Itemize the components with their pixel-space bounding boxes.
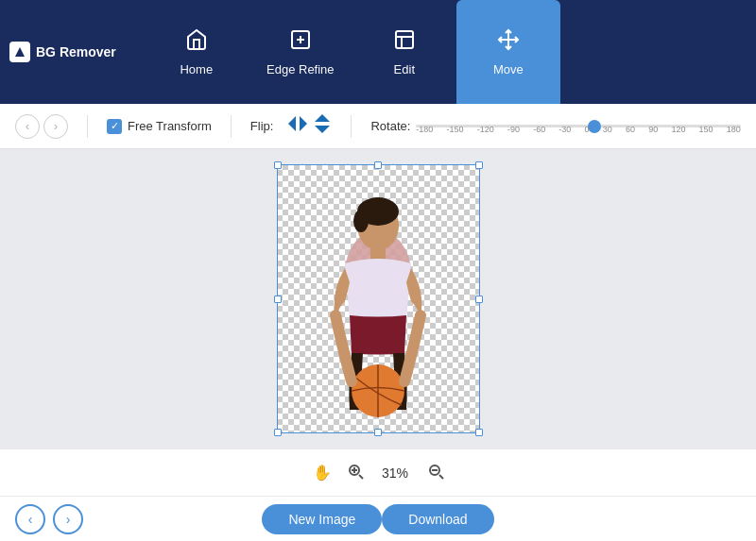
forward-icon: › bbox=[54, 120, 58, 133]
free-transform-group: ✓ Free Transform bbox=[107, 119, 212, 134]
nav-label-move: Move bbox=[493, 62, 524, 76]
flip-buttons bbox=[288, 114, 332, 138]
edit-icon bbox=[393, 28, 416, 55]
download-button[interactable]: Download bbox=[382, 504, 493, 534]
footer: ‹ › New Image Download bbox=[0, 496, 756, 541]
zoom-in-icon[interactable] bbox=[347, 463, 364, 483]
back-button[interactable]: ‹ bbox=[15, 114, 40, 139]
next-icon: › bbox=[66, 512, 71, 527]
nav-item-move[interactable]: Move bbox=[456, 0, 560, 104]
forward-button[interactable]: › bbox=[43, 114, 68, 139]
zoom-out-icon[interactable] bbox=[427, 463, 444, 483]
brand-icon bbox=[9, 42, 30, 62]
prev-icon: ‹ bbox=[28, 512, 33, 527]
rotate-slider-wrap: -180 -150 -120 -90 -60 -30 0 30 60 90 12… bbox=[416, 115, 741, 138]
edge-refine-icon bbox=[289, 28, 312, 55]
zoom-value-label: 31% bbox=[379, 465, 412, 481]
svg-marker-8 bbox=[288, 116, 296, 131]
back-icon: ‹ bbox=[26, 120, 29, 133]
toolbar-divider-1 bbox=[87, 115, 88, 138]
rotate-container: Rotate: -180 -150 -120 -90 -60 -30 0 30 … bbox=[370, 115, 741, 138]
rotate-tick-labels: -180 -150 -120 -90 -60 -30 0 30 60 90 12… bbox=[416, 125, 741, 134]
home-icon bbox=[185, 28, 208, 55]
move-icon bbox=[497, 28, 520, 55]
new-image-button[interactable]: New Image bbox=[262, 504, 382, 534]
nav-item-edit[interactable]: Edit bbox=[352, 0, 456, 104]
nav-label-edit: Edit bbox=[394, 62, 415, 76]
footer-next-button[interactable]: › bbox=[53, 504, 83, 534]
nav-items: Home Edge Refine Edit bbox=[145, 0, 747, 104]
nav-label-home: Home bbox=[180, 62, 213, 76]
toolbar-history-nav: ‹ › bbox=[15, 114, 68, 139]
svg-marker-10 bbox=[315, 114, 330, 122]
brand-title: BG Remover bbox=[36, 44, 116, 59]
app-brand: BG Remover bbox=[9, 42, 116, 62]
nav-item-edge-refine[interactable]: Edge Refine bbox=[249, 0, 352, 104]
svg-point-15 bbox=[353, 210, 369, 232]
flip-horizontal-button[interactable] bbox=[288, 114, 307, 138]
nav-item-home[interactable]: Home bbox=[145, 0, 249, 104]
free-transform-checkbox[interactable]: ✓ bbox=[107, 119, 122, 134]
footer-wrap: ‹ › New Image Download bbox=[0, 504, 756, 534]
svg-line-23 bbox=[439, 475, 443, 479]
footer-nav: ‹ › bbox=[15, 504, 83, 534]
footer-prev-button[interactable]: ‹ bbox=[15, 504, 45, 534]
svg-marker-11 bbox=[315, 126, 330, 133]
image-container bbox=[277, 164, 480, 433]
flip-vertical-button[interactable] bbox=[313, 114, 332, 138]
pan-tool-icon[interactable]: ✋ bbox=[313, 464, 332, 482]
svg-marker-9 bbox=[300, 116, 307, 131]
toolbar-divider-2 bbox=[231, 115, 232, 138]
svg-rect-3 bbox=[396, 31, 413, 48]
toolbar: ‹ › ✓ Free Transform Flip: Rotate: bbox=[0, 104, 756, 149]
free-transform-label: Free Transform bbox=[128, 119, 212, 133]
bottom-controls: ✋ 31% bbox=[0, 448, 756, 496]
person-image bbox=[277, 164, 480, 433]
svg-line-19 bbox=[359, 475, 363, 479]
rotate-label: Rotate: bbox=[370, 119, 410, 133]
canvas-area bbox=[0, 149, 756, 448]
navbar: BG Remover Home Edge Refine bbox=[0, 0, 756, 104]
svg-rect-16 bbox=[370, 246, 386, 260]
flip-label: Flip: bbox=[250, 119, 274, 133]
checkbox-check-icon: ✓ bbox=[111, 120, 119, 132]
nav-label-edge-refine: Edge Refine bbox=[266, 62, 335, 76]
toolbar-divider-3 bbox=[351, 115, 352, 138]
